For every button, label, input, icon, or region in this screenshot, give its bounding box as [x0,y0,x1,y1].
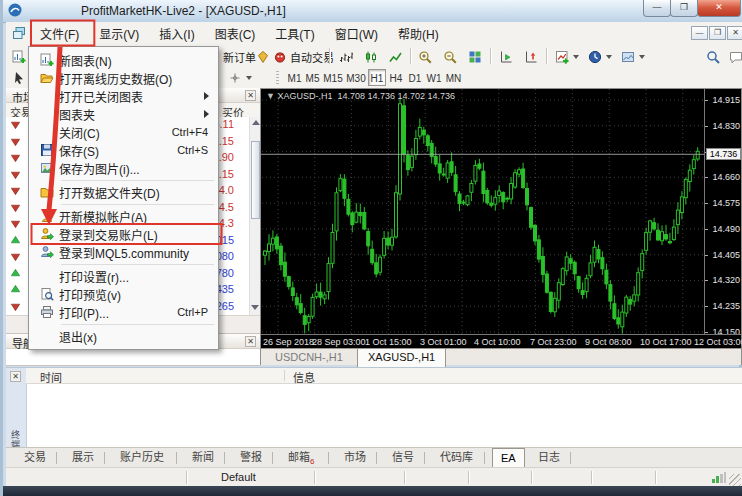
chart-tab-xagusd-h1[interactable]: XAGUSD-,H1 [357,349,446,368]
terminal-close-icon[interactable]: ✕ [10,371,21,382]
menu-item-5[interactable]: 窗口(W) [325,22,388,45]
file-menu-item-6[interactable]: 保存为图片(i)... [29,159,218,177]
file-menu-item-0[interactable]: 新图表(N) [29,51,218,69]
terminal-tabs: 交易展示账户历史新闻警报邮箱6市场信号代码库EA日志 [6,447,742,468]
folder-icon [40,185,54,199]
timeframe-h1[interactable]: H1 [368,69,386,86]
timeframe-m1[interactable]: M1 [286,69,303,86]
terminal-tab-ea[interactable]: EA [492,448,525,469]
navigator-close-icon[interactable]: ✕ [245,336,256,347]
timeframe-h4[interactable]: H4 [387,69,405,86]
file-menu-item-4[interactable]: 关闭(C)Ctrl+F4 [29,123,218,141]
time-axis[interactable]: 26 Sep 201828 Sep 03:001 Oct 15:003 Oct … [261,334,741,349]
terminal-tab-cn-274[interactable]: 邮箱6 [280,448,322,468]
toolbar-grip[interactable] [276,71,279,84]
price-tick-label: 14.405 [712,250,740,260]
terminal-tab-cn-178[interactable]: 新闻 [184,448,222,468]
minimize-button[interactable]: — [643,0,671,17]
file-menu-item-10[interactable]: 开新模拟帐户(A) [29,207,218,225]
file-menu-item-1[interactable]: 打开离线历史数据(O) [29,69,218,87]
timeframe-m15[interactable]: M15 [322,69,344,86]
objects-dropdown-button[interactable] [224,68,256,88]
search-button[interactable] [702,46,724,68]
scroll-down-icon[interactable] [251,305,259,310]
tile-windows-button[interactable] [464,46,486,68]
file-menu-item-11[interactable]: 登录到交易账户(L) [29,225,218,243]
terminal-tab-cn-10[interactable]: 交易 [16,448,54,468]
terminal-tab-cn-524[interactable]: 日志 [530,448,568,468]
zoom-in-icon [418,50,432,64]
price-tick-label: 14.320 [712,275,740,285]
gold-badge-icon [256,50,270,64]
message-column-header[interactable]: 信息 [293,369,315,385]
menu-item-2[interactable]: 插入(I) [149,22,204,45]
window-bottom-border [3,486,742,496]
maximize-button[interactable]: ❐ [670,0,698,17]
file-menu-item-8[interactable]: 打开数据文件夹(D) [29,183,218,201]
mdi-minimize-button[interactable]: — [691,26,708,40]
menu-item-4[interactable]: 工具(T) [265,22,324,45]
print-preview-icon [40,287,54,301]
zoom-in-button[interactable] [414,46,436,68]
terminal-table-header: 时间 信息 [26,368,742,384]
autotrading-button[interactable]: 自动交易 [269,46,338,68]
trend-down-icon [9,217,22,230]
chart-plot-area[interactable]: ▼ XAGUSD-,H1 14.708 14.736 14.702 14.736 [261,89,704,334]
cursor-tool-button[interactable] [8,68,30,88]
market-watch-close-icon[interactable]: ✕ [245,90,256,101]
terminal-tab-cn-58[interactable]: 展示 [64,448,102,468]
zoom-out-button[interactable] [439,46,461,68]
file-menu-item-18[interactable]: 退出(x) [29,327,218,345]
file-menu-item-5[interactable]: 保存(S)Ctrl+S [29,141,218,159]
menu-item-1[interactable]: 显示(V) [89,22,149,45]
menu-item-6[interactable]: 帮助(H) [388,22,449,45]
periods-button[interactable] [584,46,616,68]
time-column-header[interactable]: 时间 [40,369,62,385]
time-tick-label: 4 Oct 10:00 [474,337,521,347]
file-menu-item-12[interactable]: 登录到MQL5.community [29,243,218,261]
candle-chart-mode-button[interactable] [360,46,382,68]
terminal-tab-cn-426[interactable]: 代码库 [432,448,481,468]
close-button[interactable]: ✕ [697,0,741,17]
price-axis[interactable]: 14.91514.83014.74514.66014.57514.49014.4… [704,89,742,334]
file-menu-item-2[interactable]: 打开已关闭图表 [29,87,218,105]
clock-icon [588,50,602,64]
menu-file[interactable]: 文件(F) [30,22,89,45]
file-menu-item-14[interactable]: 打印设置(r)... [29,267,218,285]
menu-item-3[interactable]: 图表(C) [205,22,266,45]
timeframe-m30[interactable]: M30 [345,69,367,86]
terminal-tab-cn-330[interactable]: 市场 [336,448,374,468]
mdi-restore-button[interactable]: ❐ [709,26,726,40]
scrollbar-thumb[interactable] [251,141,260,219]
chat-button[interactable] [725,46,742,68]
templates-button[interactable] [617,46,649,68]
price-tick-label: 14.235 [712,301,740,311]
file-menu-item-16[interactable]: 打印(P)...Ctrl+P [29,303,218,321]
chart-dropdown-icon[interactable]: ▼ [266,91,277,101]
time-tick-label: 9 Oct 08:00 [585,337,632,347]
scroll-up-icon[interactable] [252,120,260,125]
file-menu-item-3[interactable]: 图表夹 [29,105,218,123]
auto-scroll-button[interactable] [495,46,517,68]
mdi-child-icon[interactable] [12,26,26,40]
terminal-tab-cn-226[interactable]: 警报 [232,448,270,468]
chart-shift-button[interactable] [520,46,542,68]
menu-shortcut: Ctrl+S [177,144,212,156]
trend-up-icon [9,267,22,280]
terminal-tab-cn-378[interactable]: 信号 [384,448,422,468]
file-menu-item-15[interactable]: 打印预览(v) [29,285,218,303]
new-chart-button[interactable] [8,46,30,68]
line-chart-mode-button[interactable] [385,46,407,68]
timeframe-w1[interactable]: W1 [425,69,443,86]
indicators-button[interactable] [551,46,583,68]
terminal-tab-cn-106[interactable]: 账户历史 [112,448,172,468]
mdi-close-button[interactable]: ✕ [727,26,742,40]
bar-chart-mode-button[interactable] [335,46,357,68]
timeframe-m5[interactable]: M5 [304,69,321,86]
timeframe-mn[interactable]: MN [444,69,463,86]
menu-item-label: 打印设置(r)... [59,268,212,285]
resize-grip[interactable] [729,474,741,486]
timeframe-d1[interactable]: D1 [406,69,424,86]
autotrading-icon [273,50,287,64]
chart-tab-usdcnh-h1[interactable]: USDCNH-,H1 [265,349,353,367]
